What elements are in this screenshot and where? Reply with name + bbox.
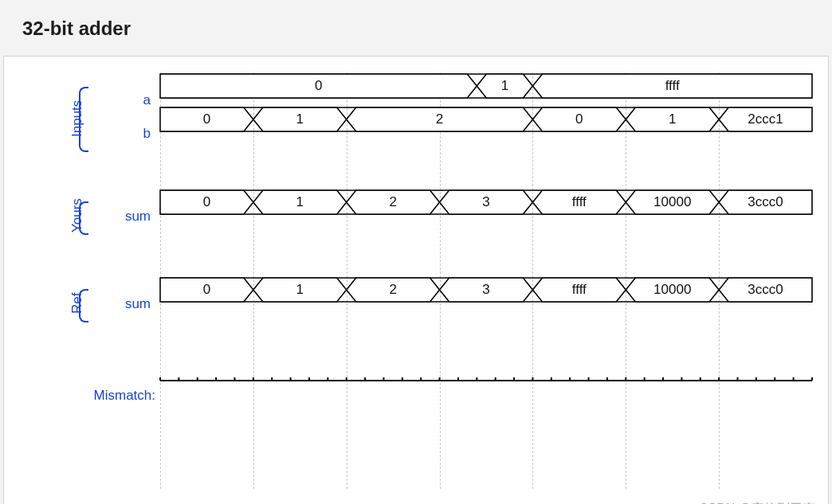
signal-label: b <box>100 126 151 142</box>
wave-value: ffff <box>547 282 611 298</box>
group-label: Ref <box>69 293 85 314</box>
group-label: Inputs <box>69 100 85 137</box>
wave-value: 1 <box>473 78 536 94</box>
wave-value: 2ccc1 <box>734 111 798 127</box>
page-root: 32-bit adder 5101520253035 InputsabYours… <box>0 0 832 504</box>
wave-value: 3 <box>454 282 518 298</box>
signal-label: a <box>100 92 151 108</box>
signal-label: sum <box>100 296 151 312</box>
wave-value: 0 <box>175 111 238 127</box>
wave-value: 2 <box>361 194 425 210</box>
wave-value: 1 <box>268 282 332 298</box>
wave-value: 10000 <box>641 194 704 210</box>
wave-value: 3ccc0 <box>734 194 798 210</box>
wave-value: 3ccc0 <box>734 282 798 298</box>
wave-value: 1 <box>268 111 332 127</box>
page-title: 32-bit adder <box>0 0 832 56</box>
wave-value: ffff <box>641 78 704 94</box>
wave-svg <box>160 74 810 483</box>
signal-label: sum <box>100 209 151 225</box>
wave-value: ffff <box>547 194 611 210</box>
wave-value: 0 <box>175 282 238 298</box>
labels-column: InputsabYourssumRefsumMismatch: <box>12 71 155 504</box>
wave-value: 2 <box>361 282 425 298</box>
wave-value: 1 <box>641 111 704 127</box>
wave-area: 01ffff012012ccc10123ffff100003ccc00123ff… <box>160 74 810 483</box>
mismatch-label: Mismatch: <box>76 388 155 404</box>
wave-value: 0 <box>547 111 611 127</box>
watermark-text: CSDN @安静到无声 <box>699 501 815 504</box>
group-label: Yours <box>69 198 85 232</box>
waveform-panel: 5101520253035 InputsabYourssumRefsumMism… <box>3 56 829 504</box>
wave-value: 0 <box>287 78 351 94</box>
wave-value: 2 <box>408 111 472 127</box>
wave-value: 0 <box>175 194 238 210</box>
wave-value: 3 <box>454 194 518 210</box>
wave-value: 10000 <box>641 282 704 298</box>
wave-value: 1 <box>268 194 332 210</box>
